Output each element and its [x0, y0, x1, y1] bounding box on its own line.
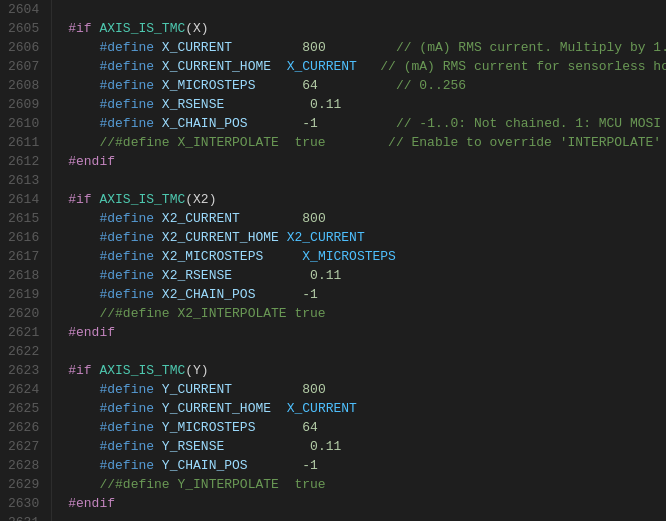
code-line: #if AXIS_IS_TMC(X2) [68, 190, 666, 209]
line-number: 2624 [8, 380, 39, 399]
line-number: 2619 [8, 285, 39, 304]
line-number: 2630 [8, 494, 39, 513]
code-line: #define X_RSENSE 0.11 [68, 95, 666, 114]
line-number: 2610 [8, 114, 39, 133]
code-line: #define X2_CHAIN_POS -1 [68, 285, 666, 304]
line-number: 2616 [8, 228, 39, 247]
line-number: 2604 [8, 0, 39, 19]
code-line: //#define X2_INTERPOLATE true [68, 304, 666, 323]
code-line [68, 513, 666, 521]
code-line: //#define Y_INTERPOLATE true [68, 475, 666, 494]
line-number: 2611 [8, 133, 39, 152]
line-number: 2606 [8, 38, 39, 57]
line-number: 2609 [8, 95, 39, 114]
line-number: 2629 [8, 475, 39, 494]
code-line: //#define X_INTERPOLATE true // Enable t… [68, 133, 666, 152]
line-number: 2621 [8, 323, 39, 342]
line-number: 2607 [8, 57, 39, 76]
line-number: 2613 [8, 171, 39, 190]
code-editor: 2604260526062607260826092610261126122613… [0, 0, 666, 521]
line-number: 2628 [8, 456, 39, 475]
code-line: #define Y_CHAIN_POS -1 [68, 456, 666, 475]
code-line: #if AXIS_IS_TMC(X) [68, 19, 666, 38]
code-line: #define X2_RSENSE 0.11 [68, 266, 666, 285]
line-number: 2615 [8, 209, 39, 228]
code-content[interactable]: #if AXIS_IS_TMC(X) #define X_CURRENT 800… [52, 0, 666, 521]
line-number: 2623 [8, 361, 39, 380]
code-line: #endif [68, 152, 666, 171]
code-line: #define X_MICROSTEPS 64 // 0..256 [68, 76, 666, 95]
code-line: #define X2_CURRENT 800 [68, 209, 666, 228]
line-number: 2608 [8, 76, 39, 95]
code-line: #define Y_MICROSTEPS 64 [68, 418, 666, 437]
code-line [68, 171, 666, 190]
code-line: #if AXIS_IS_TMC(Y) [68, 361, 666, 380]
code-line [68, 342, 666, 361]
code-line [68, 0, 666, 19]
code-line: #endif [68, 494, 666, 513]
line-number: 2627 [8, 437, 39, 456]
line-number: 2618 [8, 266, 39, 285]
line-number: 2617 [8, 247, 39, 266]
line-number: 2622 [8, 342, 39, 361]
line-number: 2614 [8, 190, 39, 209]
code-line: #define X2_MICROSTEPS X_MICROSTEPS [68, 247, 666, 266]
line-number: 2612 [8, 152, 39, 171]
line-number: 2620 [8, 304, 39, 323]
code-line: #define X_CURRENT 800 // (mA) RMS curren… [68, 38, 666, 57]
code-line: #define X2_CURRENT_HOME X2_CURRENT [68, 228, 666, 247]
code-line: #define Y_CURRENT_HOME X_CURRENT [68, 399, 666, 418]
code-line: #define Y_CURRENT 800 [68, 380, 666, 399]
line-number: 2625 [8, 399, 39, 418]
code-line: #define X_CHAIN_POS -1 // -1..0: Not cha… [68, 114, 666, 133]
line-number: 2605 [8, 19, 39, 38]
code-line: #define Y_RSENSE 0.11 [68, 437, 666, 456]
code-line: #define X_CURRENT_HOME X_CURRENT // (mA)… [68, 57, 666, 76]
line-number-gutter: 2604260526062607260826092610261126122613… [0, 0, 52, 521]
line-number: 2631 [8, 513, 39, 521]
line-number: 2626 [8, 418, 39, 437]
code-line: #endif [68, 323, 666, 342]
